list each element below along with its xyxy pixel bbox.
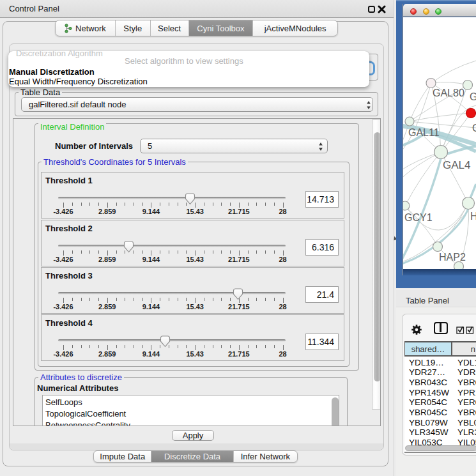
- svg-text:C: C: [472, 123, 476, 134]
- svg-text:H: H: [470, 211, 476, 222]
- svg-text:GAL80: GAL80: [433, 88, 464, 98]
- svg-text:GAL4: GAL4: [443, 159, 470, 171]
- svg-text:HAP2: HAP2: [439, 252, 466, 263]
- svg-text:GAL11: GAL11: [408, 127, 440, 138]
- svg-text:GA: GA: [470, 91, 476, 102]
- svg-text:GCY1: GCY1: [404, 212, 433, 223]
